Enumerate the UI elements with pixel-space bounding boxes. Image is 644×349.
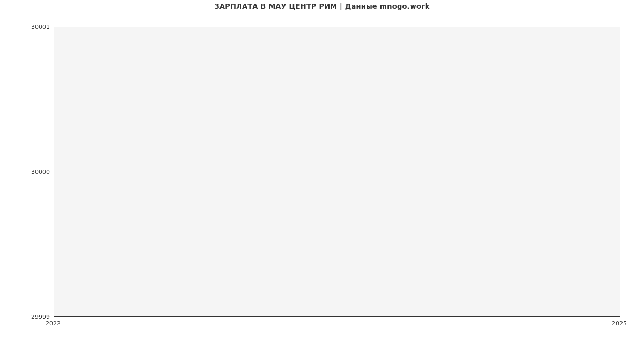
x-tick-label: 2022 (46, 320, 61, 327)
plot-area (54, 27, 620, 317)
chart-title: ЗАРПЛАТА В МАУ ЦЕНТР РИМ | Данные mnogo.… (0, 2, 644, 10)
data-line (54, 172, 620, 172)
x-tick-label: 2025 (612, 320, 627, 327)
y-tick-label: 30001 (30, 24, 50, 31)
chart-container: ЗАРПЛАТА В МАУ ЦЕНТР РИМ | Данные mnogo.… (0, 0, 644, 349)
y-tick (51, 317, 54, 317)
y-tick-label: 30000 (30, 169, 50, 176)
